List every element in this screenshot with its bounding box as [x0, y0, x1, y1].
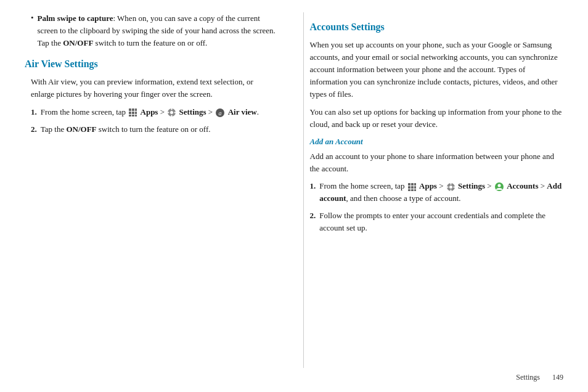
step1-arrow2: > [206, 107, 215, 116]
svg-rect-30 [447, 186, 449, 187]
acct-step1-content: From the home screen, tap Apps > [319, 180, 563, 205]
page-number: 149 [552, 373, 563, 382]
svg-rect-14 [174, 112, 176, 113]
airview-icon: a [215, 108, 225, 118]
left-column: • Palm swipe to capture: When on, you ca… [25, 12, 285, 368]
svg-rect-23 [408, 189, 410, 191]
palm-swipe-text: Palm swipe to capture: When on, you can … [38, 12, 279, 49]
air-view-steps: 1. From the home screen, tap [25, 106, 279, 136]
step1-arrow: > [158, 107, 166, 116]
acct-step1-arrow2: > [485, 181, 494, 190]
step1-num: 1. [31, 106, 37, 118]
accounts-icon [494, 182, 504, 192]
step2-switch: ON/OFF [66, 125, 96, 134]
svg-point-33 [497, 184, 500, 187]
palm-swipe-bullet: • Palm swipe to capture: When on, you ca… [25, 12, 279, 49]
palm-swipe-desc2: switch to turn the feature on or off. [93, 38, 207, 47]
settings-icon [167, 108, 176, 117]
svg-rect-18 [411, 183, 414, 186]
svg-rect-17 [408, 183, 410, 186]
svg-rect-12 [171, 115, 173, 117]
acct-step2-num: 2. [310, 210, 316, 234]
step1-feature: Air view [228, 107, 257, 116]
accounts-desc1: When you set up accounts on your phone, … [310, 39, 564, 101]
svg-rect-19 [414, 183, 416, 186]
step1-suffix: . [257, 107, 259, 116]
add-account-step-2: 2. Follow the prompts to enter your acco… [310, 210, 564, 234]
svg-rect-21 [411, 186, 414, 189]
svg-rect-28 [450, 183, 451, 185]
air-view-intro: With Air view, you can preview informati… [25, 76, 279, 100]
svg-rect-7 [132, 115, 134, 116]
settings-icon-2 [446, 182, 455, 192]
air-view-heading: Air View Settings [25, 58, 279, 71]
svg-rect-20 [408, 186, 410, 189]
acct-step1-apps: Apps [419, 181, 437, 190]
svg-rect-3 [129, 112, 131, 114]
svg-rect-29 [450, 189, 451, 191]
svg-rect-11 [171, 108, 173, 110]
add-account-step-1: 1. From the home screen, tap [310, 180, 564, 205]
svg-rect-13 [168, 112, 169, 113]
apps-icon-2 [407, 182, 417, 192]
step1-apps: Apps [141, 107, 158, 116]
acct-step1-suffix: , and then choose a type of account. [346, 194, 461, 203]
svg-text:a: a [219, 110, 222, 116]
svg-rect-1 [132, 108, 134, 111]
step2-num: 2. [31, 123, 37, 136]
step1-content: From the home screen, tap Apps > [41, 106, 259, 118]
svg-rect-6 [129, 115, 131, 116]
svg-rect-25 [414, 189, 416, 191]
step2-content: Tap the ON/OFF switch to turn the featur… [41, 123, 211, 136]
accounts-settings-heading: Accounts Settings [310, 21, 564, 34]
acct-step1-accounts: Accounts [507, 181, 538, 190]
palm-swipe-switch: ON/OFF [63, 38, 93, 47]
add-account-desc: Add an account to your phone to share in… [310, 150, 564, 175]
step1-prefix: From the home screen, tap [41, 107, 128, 116]
main-columns: • Palm swipe to capture: When on, you ca… [25, 12, 563, 368]
svg-rect-8 [135, 115, 137, 116]
step1-settings: Settings [179, 107, 206, 116]
acct-step1-prefix: From the home screen, tap [319, 181, 407, 190]
page-container: • Palm swipe to capture: When on, you ca… [0, 0, 588, 392]
footer-label: Settings [516, 373, 540, 382]
svg-rect-2 [135, 108, 137, 111]
apps-icon [128, 108, 137, 117]
acct-step1-settings: Settings [458, 181, 485, 190]
page-footer: Settings 149 [25, 368, 563, 382]
air-view-step-2: 2. Tap the ON/OFF switch to turn the fea… [31, 123, 279, 136]
bullet-dot: • [31, 13, 34, 49]
step2-prefix: Tap the [41, 125, 67, 134]
acct-step1-arrow: > [437, 181, 446, 190]
svg-rect-4 [132, 112, 134, 114]
acct-step1-num: 1. [310, 180, 316, 205]
svg-point-27 [449, 186, 452, 189]
svg-rect-0 [129, 108, 131, 111]
add-account-heading: Add an Account [310, 137, 564, 147]
svg-rect-5 [135, 112, 137, 114]
svg-rect-24 [411, 189, 414, 191]
acct-step1-arrow3: > [538, 181, 547, 190]
acct-step2-content: Follow the prompts to enter your account… [319, 210, 563, 234]
right-column: Accounts Settings When you set up accoun… [303, 12, 564, 368]
svg-point-10 [170, 111, 173, 114]
accounts-desc2: You can also set up options for backing … [310, 106, 564, 131]
svg-rect-31 [453, 186, 455, 187]
step2-suffix: switch to turn the feature on or off. [97, 125, 211, 134]
palm-swipe-term: Palm swipe to capture [38, 14, 113, 23]
add-account-steps: 1. From the home screen, tap [310, 180, 564, 235]
svg-rect-22 [414, 186, 416, 189]
air-view-step-1: 1. From the home screen, tap [31, 106, 279, 118]
